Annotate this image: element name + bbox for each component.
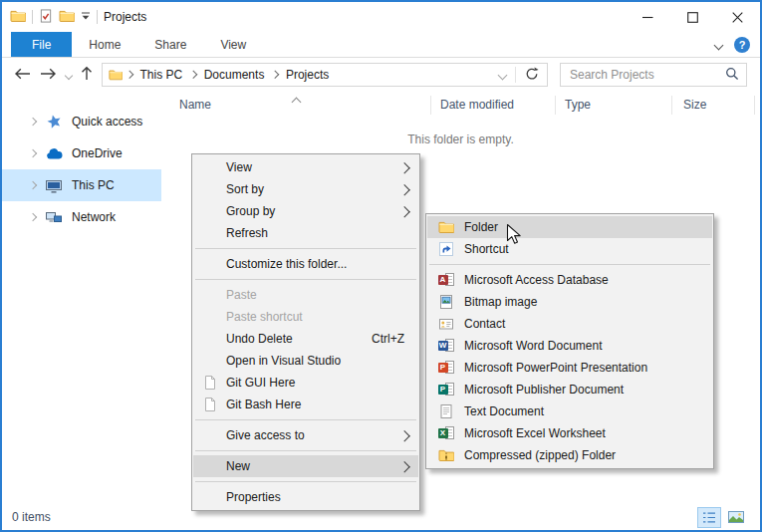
menu-item-git-bash-here[interactable]: Git Bash Here	[193, 394, 418, 415]
menu-item-paste-shortcut[interactable]: Paste shortcut	[193, 306, 418, 328]
column-header-name[interactable]: Name	[179, 98, 211, 112]
toolbar-separator	[32, 10, 33, 24]
menu-separator	[195, 248, 416, 249]
back-button[interactable]	[14, 68, 31, 83]
menu-item-label: Undo Delete	[226, 332, 293, 346]
search-box[interactable]	[560, 63, 747, 87]
menu-item-customize-this-folder[interactable]: Customize this folder...	[193, 253, 418, 275]
recent-locations-chevron-icon[interactable]	[66, 68, 72, 82]
address-bar[interactable]: This PCDocumentsProjects	[102, 63, 548, 87]
excel-icon: X	[427, 425, 464, 441]
menu-item-label: Git GUI Here	[226, 376, 295, 390]
menu-item-microsoft-excel-worksheet[interactable]: XMicrosoft Excel Worksheet	[427, 422, 712, 444]
menu-item-microsoft-powerpoint-presentation[interactable]: PMicrosoft PowerPoint Presentation	[427, 357, 712, 379]
breadcrumb-chevron-icon[interactable]	[271, 71, 279, 79]
menu-item-label: Microsoft Access Database	[464, 273, 609, 287]
column-header-size[interactable]: Size	[683, 98, 706, 112]
details-view-button[interactable]	[697, 507, 721, 528]
column-divider[interactable]	[671, 96, 672, 115]
tab-view[interactable]: View	[203, 32, 263, 57]
menu-item-group-by[interactable]: Group by	[193, 200, 418, 222]
maximize-button[interactable]	[670, 2, 715, 32]
menu-item-label: Microsoft Word Document	[464, 339, 603, 353]
sidebar-item-onedrive[interactable]: OneDrive	[2, 137, 161, 169]
refresh-icon[interactable]	[525, 67, 539, 84]
sidebar-item-quick-access[interactable]: Quick access	[2, 106, 161, 137]
column-header-type[interactable]: Type	[565, 98, 591, 112]
close-button[interactable]	[715, 2, 760, 32]
sidebar-item-this-pc[interactable]: This PC	[2, 169, 161, 201]
sidebar-item-label: OneDrive	[72, 146, 123, 160]
submenu-arrow-icon	[400, 428, 408, 442]
menu-item-label: Git Bash Here	[226, 398, 301, 411]
sidebar-item-label: Quick access	[72, 115, 142, 129]
menu-item-new[interactable]: New	[193, 455, 418, 477]
expand-chevron-icon[interactable]	[29, 181, 37, 189]
menu-item-properties[interactable]: Properties	[193, 486, 418, 508]
search-input[interactable]	[568, 67, 725, 83]
menu-item-git-gui-here[interactable]: Git GUI Here	[193, 372, 418, 394]
menu-item-shortcut[interactable]: Shortcut	[427, 238, 712, 260]
thumbnails-view-button[interactable]	[724, 507, 748, 528]
column-divider[interactable]	[430, 96, 431, 115]
title-bar: Projects	[2, 2, 760, 32]
tab-home[interactable]: Home	[72, 32, 137, 57]
breadcrumb-documents[interactable]: Documents	[204, 68, 265, 82]
help-icon[interactable]: ?	[734, 37, 750, 53]
expand-chevron-icon[interactable]	[29, 149, 37, 157]
menu-item-microsoft-access-database[interactable]: AMicrosoft Access Database	[427, 269, 712, 291]
column-header-date-modified[interactable]: Date modified	[440, 98, 514, 112]
quick-access-toolbar	[2, 8, 98, 27]
menu-item-compressed-zipped-folder[interactable]: Compressed (zipped) Folder	[427, 444, 712, 466]
expand-ribbon-chevron-icon[interactable]	[715, 38, 722, 52]
menu-item-sort-by[interactable]: Sort by	[193, 178, 418, 200]
menu-item-folder[interactable]: Folder	[427, 216, 712, 238]
expand-chevron-icon[interactable]	[29, 213, 37, 221]
empty-folder-message: This folder is empty.	[161, 133, 760, 146]
breadcrumb-chevron-icon[interactable]	[189, 71, 197, 79]
sidebar-item-network[interactable]: Network	[2, 201, 161, 233]
menu-item-label: New	[226, 459, 250, 473]
menu-item-label: Contact	[464, 317, 505, 331]
this-pc-monitor-icon	[45, 178, 63, 193]
menu-item-label: Paste shortcut	[226, 310, 303, 324]
menu-item-microsoft-publisher-document[interactable]: PMicrosoft Publisher Document	[427, 379, 712, 400]
search-icon[interactable]	[725, 67, 739, 84]
menu-separator	[429, 264, 710, 265]
menu-item-give-access-to[interactable]: Give access to	[193, 424, 418, 446]
menu-item-open-in-visual-studio[interactable]: Open in Visual Studio	[193, 350, 418, 372]
minimize-button[interactable]	[626, 2, 670, 32]
properties-check-icon[interactable]	[39, 8, 53, 27]
sort-ascending-caret-icon[interactable]	[293, 95, 300, 109]
qat-dropdown-icon[interactable]	[81, 10, 91, 24]
view-toggles	[697, 507, 748, 528]
breadcrumb-this-pc[interactable]: This PC	[140, 68, 183, 82]
menu-item-view[interactable]: View	[193, 156, 418, 178]
menu-item-label: Give access to	[226, 428, 305, 442]
menu-item-contact[interactable]: Contact	[427, 313, 712, 335]
up-button[interactable]	[81, 66, 93, 84]
expand-chevron-icon[interactable]	[29, 118, 37, 126]
quick-access-star-icon	[45, 114, 63, 130]
menu-item-label: Text Document	[464, 404, 544, 418]
tab-share[interactable]: Share	[137, 32, 203, 57]
breadcrumb-projects[interactable]: Projects	[286, 68, 329, 82]
menu-item-refresh[interactable]: Refresh	[193, 222, 418, 244]
tab-file[interactable]: File	[11, 32, 72, 57]
new-folder-icon[interactable]	[59, 8, 75, 27]
menu-item-label: Compressed (zipped) Folder	[464, 448, 616, 462]
menu-item-paste[interactable]: Paste	[193, 284, 418, 306]
menu-item-undo-delete[interactable]: Undo DeleteCtrl+Z	[193, 328, 418, 350]
submenu-arrow-icon	[400, 182, 408, 196]
menu-item-text-document[interactable]: Text Document	[427, 400, 712, 422]
column-headers: NameDate modifiedTypeSize	[161, 92, 760, 118]
menu-item-microsoft-word-document[interactable]: WMicrosoft Word Document	[427, 335, 712, 357]
forward-button[interactable]	[40, 68, 57, 83]
address-dropdown-chevron-icon[interactable]	[499, 68, 506, 82]
column-divider[interactable]	[555, 96, 556, 115]
word-icon: W	[427, 338, 464, 354]
menu-item-bitmap-image[interactable]: Bitmap image	[427, 291, 712, 313]
contact-icon	[427, 316, 464, 332]
column-divider[interactable]	[754, 96, 755, 115]
breadcrumb-chevron-icon[interactable]	[126, 71, 133, 79]
